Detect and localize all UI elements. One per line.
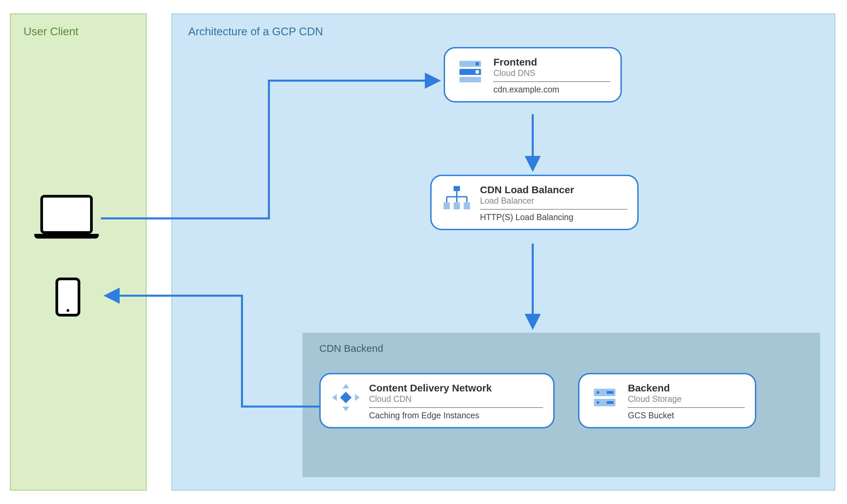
divider: [480, 209, 627, 210]
lb-text: CDN Load Balancer Load Balancer HTTP(S) …: [480, 184, 627, 222]
lb-subtitle: Load Balancer: [480, 196, 627, 205]
cdn-subtitle: Cloud CDN: [369, 394, 543, 404]
storage-icon: [589, 382, 620, 413]
divider: [369, 407, 543, 408]
frontend-subtitle: Cloud DNS: [493, 68, 611, 78]
svg-rect-13: [464, 202, 470, 209]
svg-point-22: [597, 401, 599, 404]
cdn-heading: Content Delivery Network: [369, 382, 543, 394]
storage-detail: GCS Bucket: [628, 411, 745, 420]
divider: [493, 81, 611, 82]
load-balancer-icon: [442, 184, 472, 214]
storage-heading: Backend: [628, 382, 745, 394]
svg-marker-18: [355, 394, 360, 401]
laptop-base: [34, 234, 99, 238]
svg-rect-11: [444, 202, 450, 209]
frontend-node: Frontend Cloud DNS cdn.example.com: [444, 47, 622, 103]
svg-rect-4: [476, 70, 479, 74]
svg-rect-5: [454, 186, 460, 191]
cdn-icon: [331, 382, 361, 413]
storage-node: Backend Cloud Storage GCS Bucket: [578, 373, 756, 428]
svg-marker-16: [342, 407, 349, 411]
user-devices: [40, 195, 93, 317]
backend-group-title: CDN Backend: [319, 343, 383, 354]
svg-rect-14: [340, 392, 352, 403]
svg-rect-2: [459, 77, 481, 82]
frontend-detail: cdn.example.com: [493, 85, 611, 94]
svg-marker-17: [332, 394, 337, 401]
lb-detail: HTTP(S) Load Balancing: [480, 212, 627, 222]
user-client-title: User Client: [23, 25, 78, 38]
cdn-node: Content Delivery Network Cloud CDN Cachi…: [319, 373, 554, 428]
diagram-stage: User Client Architecture of a GCP CDN Fr…: [0, 0, 847, 504]
svg-rect-23: [607, 391, 613, 394]
divider: [628, 407, 745, 408]
load-balancer-node: CDN Load Balancer Load Balancer HTTP(S) …: [430, 175, 639, 230]
svg-rect-24: [607, 401, 613, 404]
lb-heading: CDN Load Balancer: [480, 184, 627, 195]
architecture-title: Architecture of a GCP CDN: [188, 25, 323, 38]
frontend-heading: Frontend: [493, 56, 611, 68]
svg-rect-12: [454, 202, 460, 209]
laptop-icon: [40, 195, 93, 234]
svg-point-21: [597, 391, 599, 394]
svg-rect-3: [476, 62, 479, 66]
cdn-text: Content Delivery Network Cloud CDN Cachi…: [369, 382, 543, 420]
phone-icon: [55, 277, 80, 317]
frontend-text: Frontend Cloud DNS cdn.example.com: [493, 56, 611, 94]
dns-icon: [455, 56, 486, 87]
svg-marker-15: [342, 384, 349, 389]
cdn-detail: Caching from Edge Instances: [369, 411, 543, 420]
storage-subtitle: Cloud Storage: [628, 394, 745, 404]
storage-text: Backend Cloud Storage GCS Bucket: [628, 382, 745, 420]
phone-home-indicator: [67, 309, 69, 312]
